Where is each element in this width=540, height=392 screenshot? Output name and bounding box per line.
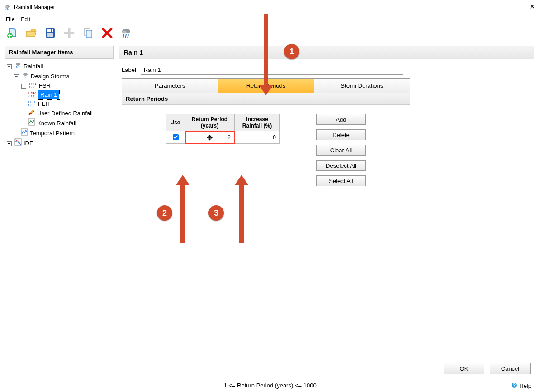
svg-line-29 xyxy=(29,95,29,97)
return-periods-grid: Use Return Period (years) Increase Rainf… xyxy=(166,114,280,144)
expand-icon[interactable]: + xyxy=(7,141,12,146)
annotation-arrow-head xyxy=(259,85,273,95)
editor-title: Rain 1 xyxy=(119,46,534,59)
return-period-cell[interactable]: ✥ 2 xyxy=(185,131,235,144)
svg-point-13 xyxy=(122,31,127,34)
collapse-icon[interactable]: − xyxy=(21,84,26,89)
svg-rect-7 xyxy=(47,29,53,32)
menu-file[interactable]: File xyxy=(6,16,14,23)
tab-storm-durations[interactable]: Storm Durations xyxy=(314,79,410,93)
tree-item-design-storms[interactable]: − Design Storms xyxy=(7,71,112,81)
callout-2: 2 xyxy=(157,205,172,221)
svg-text:FEH: FEH xyxy=(28,100,35,104)
svg-line-14 xyxy=(123,34,124,38)
plus-icon[interactable] xyxy=(63,27,76,39)
svg-rect-8 xyxy=(47,33,53,37)
new-file-icon[interactable] xyxy=(6,27,19,39)
sidebar-title: Rainfall Manager Items xyxy=(5,46,114,59)
svg-text:FSR: FSR xyxy=(28,91,36,95)
svg-point-21 xyxy=(23,73,28,76)
svg-line-16 xyxy=(128,34,128,38)
tree-item-user-defined[interactable]: User Defined Rainfall xyxy=(7,109,112,118)
window-title: Rainfall Manager xyxy=(14,4,55,10)
deselect-all-button[interactable]: Deselect All xyxy=(316,160,366,171)
svg-line-22 xyxy=(24,76,24,78)
cancel-button[interactable]: Cancel xyxy=(490,363,531,374)
svg-text:FSR: FSR xyxy=(29,82,36,86)
feh-icon: FEH xyxy=(28,99,36,109)
tree-item-known[interactable]: Known Rainfall xyxy=(7,118,112,128)
label-row: Label xyxy=(119,59,534,78)
col-use: Use xyxy=(166,114,185,131)
fsr-icon: FSR xyxy=(29,81,37,90)
clear-all-button[interactable]: Clear All xyxy=(316,145,366,156)
svg-line-33 xyxy=(28,104,29,106)
svg-line-30 xyxy=(31,95,32,97)
copy-icon[interactable] xyxy=(82,27,95,39)
svg-line-20 xyxy=(19,66,19,68)
menu-edit[interactable]: Edit xyxy=(21,16,30,23)
svg-line-25 xyxy=(29,86,30,88)
use-checkbox[interactable] xyxy=(173,134,179,140)
svg-line-23 xyxy=(26,76,26,78)
tree: − Rainfall − Design Storms − FSR FSR xyxy=(5,59,114,151)
svg-line-4 xyxy=(9,8,9,10)
open-folder-icon[interactable] xyxy=(25,27,38,39)
grid-row[interactable]: ✥ 2 0 xyxy=(166,131,280,144)
annotation-arrow-head xyxy=(235,175,248,185)
chart-icon xyxy=(28,118,35,128)
tree-item-temporal[interactable]: Temporal Pattern xyxy=(7,128,112,138)
ok-button[interactable]: OK xyxy=(444,363,484,374)
title-bar: Rainfall Manager ✕ xyxy=(0,0,540,14)
annotation-arrow xyxy=(180,184,185,243)
svg-line-27 xyxy=(34,86,34,88)
delete-button[interactable]: Delete xyxy=(316,129,366,140)
sidebar: Rainfall Manager Items − Rainfall − Desi… xyxy=(0,43,118,355)
svg-line-35 xyxy=(33,104,33,106)
svg-line-3 xyxy=(7,8,8,10)
tab-parameters[interactable]: Parameters xyxy=(122,79,218,93)
tree-item-rainfall[interactable]: − Rainfall xyxy=(7,61,112,71)
fsr-icon: FSR xyxy=(28,90,37,99)
tree-item-feh[interactable]: FEH FEH xyxy=(7,99,112,109)
annotation-arrow xyxy=(239,184,244,243)
close-icon[interactable]: ✕ xyxy=(529,2,535,11)
grid-buttons: Add Delete Clear All Deselect All Select… xyxy=(316,114,366,186)
cloud-rain-toolbar-icon[interactable] xyxy=(120,27,133,39)
svg-line-18 xyxy=(16,66,17,68)
col-return-period: Return Period (years) xyxy=(185,114,235,131)
save-icon[interactable] xyxy=(44,27,57,39)
tree-item-rain1[interactable]: FSR Rain 1 xyxy=(7,90,112,99)
move-cursor-icon: ✥ xyxy=(207,133,213,142)
svg-line-2 xyxy=(6,8,6,10)
svg-point-17 xyxy=(16,63,20,66)
tree-item-fsr[interactable]: − FSR FSR xyxy=(7,81,112,90)
label-input[interactable] xyxy=(141,65,403,75)
menu-bar: File Edit xyxy=(0,14,540,25)
delete-x-icon[interactable] xyxy=(101,27,114,39)
add-button[interactable]: Add xyxy=(316,114,366,125)
svg-text:?: ? xyxy=(513,383,516,388)
help-icon: ? xyxy=(511,382,517,390)
help-link[interactable]: ? Help xyxy=(511,382,531,390)
chart-icon xyxy=(21,128,28,138)
col-increase: Increase Rainfall (%) xyxy=(235,114,280,131)
svg-line-19 xyxy=(18,66,18,68)
annotation-arrow xyxy=(264,14,268,86)
increase-cell[interactable]: 0 xyxy=(235,131,280,144)
status-bar: 1 <= Return Period (years) <= 1000 xyxy=(0,379,540,392)
cloud-rain-icon xyxy=(22,71,29,81)
label-caption: Label xyxy=(122,66,136,73)
select-all-button[interactable]: Select All xyxy=(316,175,366,186)
annotation-arrow-head xyxy=(176,175,189,185)
svg-point-1 xyxy=(5,5,8,7)
svg-line-15 xyxy=(125,34,126,38)
svg-rect-11 xyxy=(86,30,92,38)
cloud-rain-icon xyxy=(14,61,22,71)
callout-3: 3 xyxy=(208,205,224,221)
collapse-icon[interactable]: − xyxy=(14,74,19,79)
tree-item-idf[interactable]: + IDF xyxy=(7,138,112,148)
collapse-icon[interactable]: − xyxy=(7,64,12,69)
svg-line-26 xyxy=(32,86,32,88)
svg-line-34 xyxy=(31,104,31,106)
